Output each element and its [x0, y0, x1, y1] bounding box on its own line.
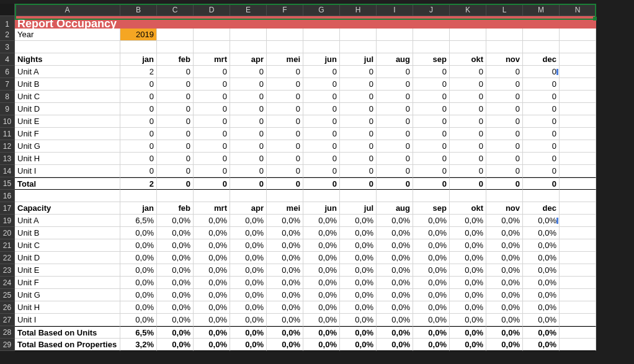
cap-total-units-cell[interactable]: 0,0% — [486, 326, 523, 339]
empty-cell[interactable] — [267, 29, 303, 41]
capacity-cell[interactable]: 0,0% — [230, 215, 267, 227]
empty-cell[interactable] — [523, 41, 560, 53]
nights-cell[interactable]: 0 — [267, 140, 303, 153]
row-header-22[interactable]: 22 — [0, 252, 15, 264]
nights-cell[interactable]: 0 — [523, 165, 560, 177]
nights-cell[interactable]: 0 — [340, 153, 377, 165]
capacity-cell[interactable]: 0,0% — [267, 252, 303, 264]
nights-cell[interactable]: 0 — [194, 165, 230, 177]
capacity-cell[interactable]: 0,0% — [194, 314, 230, 326]
empty-cell[interactable] — [560, 78, 596, 91]
nights-month-mei[interactable]: mei — [267, 53, 303, 66]
nights-cell[interactable]: 0 — [194, 115, 230, 128]
nights-cell[interactable]: 0 — [120, 115, 157, 128]
empty-cell[interactable] — [560, 165, 596, 177]
nights-cell[interactable]: 0 — [194, 153, 230, 165]
nights-month-nov[interactable]: nov — [486, 53, 523, 66]
capacity-cell[interactable]: 0,0% — [340, 264, 377, 277]
nights-cell[interactable]: 0 — [523, 91, 560, 103]
cap-total-props-cell[interactable]: 0,0% — [157, 339, 194, 351]
nights-cell[interactable]: 0 — [450, 78, 486, 91]
nights-cell[interactable]: 0 — [157, 153, 194, 165]
row-header-17[interactable]: 17 — [0, 202, 15, 215]
capacity-month-nov[interactable]: nov — [486, 202, 523, 215]
nights-cell[interactable]: 0 — [157, 115, 194, 128]
nights-unit-label[interactable]: Unit C — [15, 91, 120, 103]
capacity-cell[interactable]: 0,0% — [267, 239, 303, 252]
capacity-cell[interactable]: 0,0% — [267, 215, 303, 227]
nights-cell[interactable]: 0 — [523, 153, 560, 165]
nights-cell[interactable]: 0 — [157, 103, 194, 115]
col-header-A[interactable]: A — [15, 4, 120, 16]
empty-cell[interactable] — [450, 29, 486, 41]
capacity-cell[interactable]: 0,0% — [340, 277, 377, 289]
capacity-cell[interactable]: 0,0% — [413, 301, 450, 314]
nights-total-cell[interactable]: 0 — [267, 177, 303, 190]
capacity-cell[interactable]: 0,0% — [340, 215, 377, 227]
nights-total-label[interactable]: Total — [15, 177, 120, 190]
capacity-cell[interactable]: 0,0% — [486, 277, 523, 289]
empty-cell[interactable] — [560, 215, 596, 227]
capacity-cell[interactable]: 0,0% — [450, 301, 486, 314]
nights-cell[interactable]: 0 — [267, 153, 303, 165]
nights-cell[interactable]: 0 — [413, 140, 450, 153]
capacity-unit-label[interactable]: Unit E — [15, 264, 120, 277]
capacity-cell[interactable]: 0,0% — [413, 239, 450, 252]
capacity-cell[interactable]: 0,0% — [157, 215, 194, 227]
nights-month-dec[interactable]: dec — [523, 53, 560, 66]
row-header-12[interactable]: 12 — [0, 140, 15, 153]
nights-cell[interactable]: 0 — [340, 78, 377, 91]
cap-total-units-cell[interactable]: 6,5% — [120, 326, 157, 339]
empty-cell[interactable] — [194, 190, 230, 202]
empty-cell[interactable] — [413, 41, 450, 53]
nights-cell[interactable]: 0 — [413, 115, 450, 128]
row-header-28[interactable]: 28 — [0, 326, 15, 339]
empty-cell[interactable] — [560, 29, 596, 41]
cap-total-units-cell[interactable]: 0,0% — [157, 326, 194, 339]
capacity-unit-label[interactable]: Unit B — [15, 227, 120, 239]
capacity-cell[interactable]: 0,0% — [303, 252, 340, 264]
cap-total-props-cell[interactable]: 0,0% — [450, 339, 486, 351]
capacity-cell[interactable]: 0,0% — [523, 289, 560, 301]
cap-total-units-label[interactable]: Total Based on Units — [15, 326, 120, 339]
row-header-25[interactable]: 25 — [0, 289, 15, 301]
capacity-cell[interactable]: 0,0% — [377, 277, 413, 289]
empty-cell[interactable] — [560, 301, 596, 314]
col-header-F[interactable]: F — [267, 4, 303, 16]
capacity-cell[interactable]: 0,0% — [194, 277, 230, 289]
capacity-cell[interactable]: 0,0% — [157, 252, 194, 264]
nights-cell[interactable]: 0 — [194, 140, 230, 153]
nights-cell[interactable]: 0 — [120, 103, 157, 115]
empty-cell[interactable] — [340, 29, 377, 41]
nights-unit-label[interactable]: Unit G — [15, 140, 120, 153]
nights-cell[interactable]: 0 — [194, 66, 230, 78]
cap-total-props-cell[interactable]: 0,0% — [377, 339, 413, 351]
cap-total-props-cell[interactable]: 0,0% — [486, 339, 523, 351]
nights-unit-label[interactable]: Unit A — [15, 66, 120, 78]
cap-total-units-cell[interactable]: 0,0% — [194, 326, 230, 339]
nights-cell[interactable]: 0 — [486, 91, 523, 103]
nights-cell[interactable]: 0 — [303, 140, 340, 153]
capacity-cell[interactable]: 0,0% — [157, 289, 194, 301]
nights-cell[interactable]: 0 — [230, 103, 267, 115]
nights-cell[interactable]: 0 — [377, 153, 413, 165]
col-header-L[interactable]: L — [486, 4, 523, 16]
nights-cell[interactable]: 0 — [303, 91, 340, 103]
empty-cell[interactable] — [267, 190, 303, 202]
cap-total-units-cell[interactable]: 0,0% — [340, 326, 377, 339]
capacity-cell[interactable]: 0,0% — [303, 264, 340, 277]
empty-cell[interactable] — [486, 190, 523, 202]
capacity-cell[interactable]: 0,0% — [377, 227, 413, 239]
col-header-C[interactable]: C — [157, 4, 194, 16]
nights-unit-label[interactable]: Unit D — [15, 103, 120, 115]
nights-cell[interactable]: 0 — [120, 128, 157, 140]
nights-cell[interactable]: 0 — [230, 153, 267, 165]
nights-unit-label[interactable]: Unit I — [15, 165, 120, 177]
capacity-cell[interactable]: 0,0% — [450, 252, 486, 264]
nights-total-cell[interactable]: 0 — [523, 177, 560, 190]
capacity-cell[interactable]: 0,0% — [194, 301, 230, 314]
nights-cell[interactable]: 0 — [267, 66, 303, 78]
nights-cell[interactable]: 0 — [377, 115, 413, 128]
nights-cell[interactable]: 0 — [413, 103, 450, 115]
capacity-unit-label[interactable]: Unit A — [15, 215, 120, 227]
